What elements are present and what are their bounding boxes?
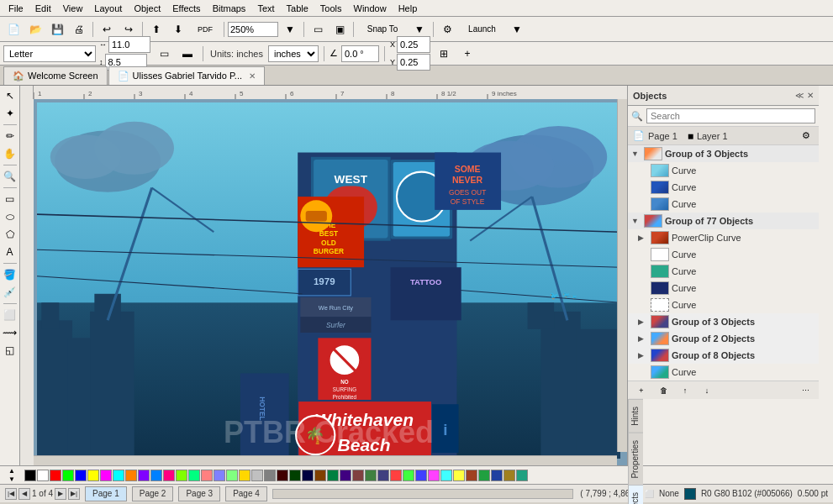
- color-swatch[interactable]: [201, 470, 213, 481]
- color-swatch[interactable]: [214, 470, 225, 481]
- panel-close-icon[interactable]: ✕: [807, 91, 814, 100]
- color-swatch[interactable]: [440, 470, 452, 481]
- tab-close-icon[interactable]: ✕: [249, 71, 256, 81]
- next-page-button[interactable]: ▶: [55, 488, 66, 500]
- list-item[interactable]: ▶ Curve: [628, 280, 819, 297]
- options-button[interactable]: ⚙: [437, 20, 457, 39]
- polygon-tool[interactable]: ⬠: [2, 226, 18, 243]
- portrait-button[interactable]: ▭: [154, 45, 174, 63]
- list-item[interactable]: ▼ Group of 77 Objects: [628, 213, 819, 229]
- color-swatch[interactable]: [428, 470, 440, 481]
- color-swatch[interactable]: [503, 470, 515, 481]
- color-swatch[interactable]: [390, 470, 402, 481]
- expand-icon[interactable]: ▶: [638, 234, 648, 242]
- last-page-button[interactable]: ▶|: [68, 488, 80, 500]
- search-input[interactable]: [646, 108, 815, 123]
- add-button[interactable]: +: [457, 45, 477, 63]
- menu-view[interactable]: View: [58, 3, 88, 14]
- zoom-dropdown[interactable]: ▼: [280, 20, 300, 39]
- first-page-button[interactable]: |◀: [5, 488, 17, 500]
- zoom-input[interactable]: [228, 22, 278, 37]
- list-item[interactable]: ▶ Curve: [628, 364, 819, 381]
- color-swatch[interactable]: [113, 470, 124, 481]
- color-swatch[interactable]: [314, 470, 326, 481]
- open-button[interactable]: 📂: [25, 20, 45, 39]
- shadow-tool[interactable]: ◱: [2, 342, 18, 359]
- color-swatch[interactable]: [100, 470, 112, 481]
- delete-object-button[interactable]: 🗑: [653, 381, 673, 400]
- launch-button[interactable]: Launch: [459, 20, 505, 39]
- fill-tool[interactable]: 🪣: [2, 266, 18, 283]
- color-swatch[interactable]: [138, 470, 150, 481]
- page3-tab[interactable]: Page 3: [178, 486, 220, 501]
- color-swatch[interactable]: [377, 470, 389, 481]
- color-swatch[interactable]: [491, 470, 503, 481]
- hints-tab[interactable]: Hints: [629, 399, 643, 433]
- list-item[interactable]: ▶ Curve: [628, 196, 819, 213]
- ellipse-tool[interactable]: ⬭: [2, 208, 18, 225]
- list-item[interactable]: ▶ Curve: [628, 246, 819, 263]
- page2-tab[interactable]: Page 2: [132, 486, 174, 501]
- color-swatch[interactable]: [365, 470, 377, 481]
- prev-page-button[interactable]: ◀: [18, 488, 30, 500]
- color-swatch[interactable]: [37, 470, 49, 481]
- panel-options-button[interactable]: ⋯: [795, 381, 815, 400]
- color-swatch[interactable]: [289, 470, 301, 481]
- color-swatch[interactable]: [327, 470, 339, 481]
- scroll-vertical[interactable]: [617, 99, 627, 452]
- color-swatch[interactable]: [453, 470, 465, 481]
- list-item[interactable]: ▶ Curve: [628, 179, 819, 196]
- paper-size-select[interactable]: Letter: [3, 45, 96, 62]
- list-item[interactable]: ▶ Curve: [628, 263, 819, 280]
- tab-welcome[interactable]: 🏠 Welcome Screen: [3, 66, 108, 85]
- list-item[interactable]: ▶ PowerClip Curve: [628, 229, 819, 246]
- color-swatch[interactable]: [62, 470, 74, 481]
- menu-text[interactable]: Text: [252, 3, 279, 14]
- objects-tab[interactable]: Objects: [629, 485, 643, 504]
- export-button[interactable]: ⬇: [168, 20, 188, 39]
- list-item[interactable]: ▶ Curve: [628, 297, 819, 313]
- expand-icon[interactable]: ▼: [631, 150, 641, 158]
- menu-effects[interactable]: Effects: [167, 3, 205, 14]
- menu-tools[interactable]: Tools: [315, 3, 347, 14]
- color-swatch[interactable]: [340, 470, 351, 481]
- new-button[interactable]: 📄: [3, 20, 24, 39]
- freehand-tool[interactable]: ✏: [2, 128, 18, 144]
- expand-icon[interactable]: ▶: [638, 334, 648, 343]
- scroll-palette-up[interactable]: ▲: [2, 467, 22, 475]
- expand-icon[interactable]: ▼: [631, 217, 641, 225]
- pan-tool[interactable]: ✋: [2, 145, 18, 162]
- list-item[interactable]: ▶ Curve: [628, 162, 819, 179]
- menu-file[interactable]: File: [3, 3, 29, 14]
- color-swatch[interactable]: [302, 470, 314, 481]
- menu-layout[interactable]: Layout: [89, 3, 127, 14]
- color-swatch[interactable]: [125, 470, 137, 481]
- width-input[interactable]: [108, 36, 150, 53]
- color-swatch[interactable]: [403, 470, 414, 481]
- view-mode-1[interactable]: ▭: [308, 20, 328, 39]
- frame-button[interactable]: ⊞: [434, 45, 454, 63]
- units-select[interactable]: inches: [268, 45, 319, 62]
- outline-color-swatch[interactable]: [684, 488, 696, 500]
- pdf-button[interactable]: PDF: [190, 20, 220, 39]
- color-swatch[interactable]: [75, 470, 87, 481]
- select-tool[interactable]: ↖: [2, 87, 18, 104]
- color-swatch[interactable]: [176, 470, 187, 481]
- nudge-y-input[interactable]: [397, 54, 430, 71]
- color-swatch[interactable]: [50, 470, 61, 481]
- menu-edit[interactable]: Edit: [30, 3, 56, 14]
- expand-icon[interactable]: ▶: [638, 318, 648, 326]
- zoom-tool[interactable]: 🔍: [2, 168, 18, 185]
- menu-bitmaps[interactable]: Bitmaps: [208, 3, 251, 14]
- contour-tool[interactable]: ⬜: [2, 307, 18, 323]
- settings-button[interactable]: ⚙: [799, 129, 814, 144]
- angle-input[interactable]: [341, 45, 379, 62]
- color-swatch[interactable]: [277, 470, 288, 481]
- color-swatch[interactable]: [478, 470, 490, 481]
- rect-tool[interactable]: ▭: [2, 191, 18, 207]
- save-button[interactable]: 💾: [47, 20, 67, 39]
- color-swatch[interactable]: [24, 470, 36, 481]
- new-layer-button[interactable]: +: [631, 381, 651, 400]
- eyedropper-tool[interactable]: 💉: [2, 284, 18, 301]
- list-item[interactable]: ▼ Group of 3 Objects: [628, 145, 819, 162]
